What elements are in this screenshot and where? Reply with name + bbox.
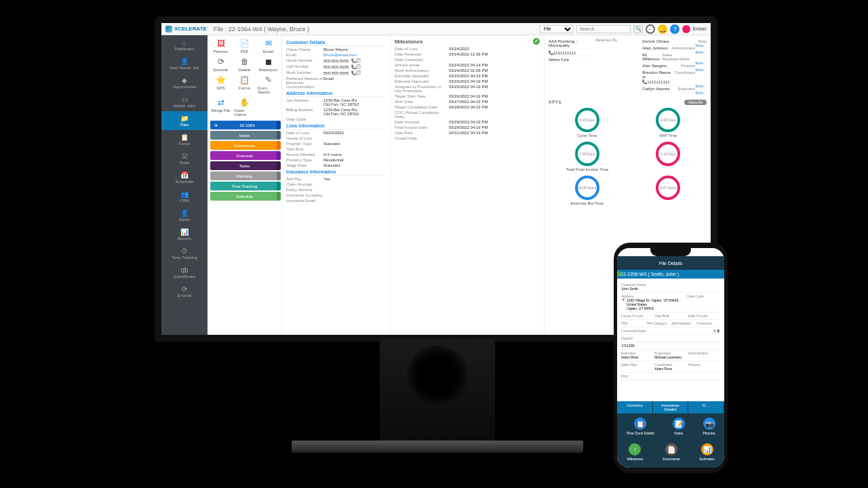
topbar: XCELERATE File : 22-1064-W4 ( Wayne, Bru… xyxy=(161,23,711,35)
search-button[interactable]: 🔍 xyxy=(633,25,643,33)
phone-call-icon[interactable]: 📞💬 xyxy=(350,59,361,63)
milestone-row: Final Invoice Date03/29/2022 04:19 PM xyxy=(395,125,540,129)
sidebar-item-opportunities[interactable]: ◆Opportunities xyxy=(161,73,208,92)
phone-call-icon[interactable]: 📞💬 xyxy=(350,65,361,69)
tool-nps[interactable]: ⭐NPS xyxy=(210,75,231,94)
email-icon: ✉ xyxy=(263,38,274,49)
phone-tab-contacts[interactable]: Contacts xyxy=(617,401,653,413)
tab-schedule[interactable]: Schedule xyxy=(210,192,279,201)
logo-icon xyxy=(165,26,172,33)
milestone-row: Target Completion Date03/28/2022 04:19 P… xyxy=(395,105,540,109)
more-link[interactable]: More… xyxy=(696,84,707,88)
milestone-row: Closed Date xyxy=(395,136,540,140)
quickbooks-icon: qb xyxy=(181,267,188,274)
tab-notes[interactable]: Notes xyxy=(210,131,279,140)
map-pin-icon: 📍 xyxy=(621,298,625,310)
phone-tab-insurance-details[interactable]: Insurance Details xyxy=(653,401,689,413)
sidebar-item-tasks[interactable]: ☑Tasks xyxy=(161,149,208,168)
files-icon: 📁 xyxy=(181,115,188,122)
phone-header: File Details xyxy=(617,256,724,270)
tasks-icon: ☑ xyxy=(181,153,188,160)
matterport-icon: ◼ xyxy=(263,56,274,67)
phone-action-estimates[interactable]: 📊Estimates xyxy=(700,443,715,461)
tab-tasks[interactable]: Tasks xyxy=(210,161,279,170)
sidebar-item-encircle[interactable]: ⟳Encircle xyxy=(161,282,208,301)
check-icon: ✓ xyxy=(533,38,540,45)
more-link[interactable]: More… xyxy=(696,43,707,47)
master-jobs-icon: ▭ xyxy=(181,96,188,103)
tool-pictures[interactable]: 🖼Pictures xyxy=(210,38,231,54)
milestone-row: Date Paid03/31/2022 04:19 PM xyxy=(395,131,540,135)
user-menu[interactable]: Ember xyxy=(682,25,707,33)
more-link[interactable]: More… xyxy=(696,68,707,72)
more-link[interactable]: More… xyxy=(696,50,707,54)
tool-forms[interactable]: 📋Forms xyxy=(234,75,255,94)
tab-time-tracking[interactable]: Time Tracking xyxy=(210,182,279,190)
phone-action-time-clock-details[interactable]: 📋Time Clock Details xyxy=(626,418,654,435)
trash-icon[interactable]: 🗑 xyxy=(717,329,720,333)
milestone-row: Start Date03/27/2022 04:19 PM xyxy=(395,100,540,104)
sidebar-item-time-tracking[interactable]: ⏱Time Tracking xyxy=(161,244,208,263)
encircle-icon: ⟳ xyxy=(216,56,226,67)
milestones-hdr: Milestones ✓ xyxy=(395,38,540,45)
milestone-row: Arrived onsite03/24/2022 04:19 PM xyxy=(395,63,540,67)
pictures-icon: 📷 xyxy=(703,418,715,430)
milestone-row: Date Contacted xyxy=(395,58,540,62)
milestone-row: Target Start Date03/26/2022 04:19 PM xyxy=(395,94,540,98)
milestone-row: Date Received03/24/2022 12:39 PM xyxy=(395,52,540,56)
tab-22-1064[interactable]: ★22-1064 xyxy=(210,121,279,129)
sidebar-item-scheduler[interactable]: 📅Scheduler xyxy=(161,168,208,187)
phone-mockup: File Details 22-1359-W3 ( Smith, John ) … xyxy=(614,243,728,473)
phone-action-documents[interactable]: 📄Documents xyxy=(663,443,679,461)
tool-merge-file[interactable]: ⇄Merge File xyxy=(210,97,231,117)
file-type-select[interactable]: File xyxy=(540,25,574,33)
time-tracking-icon: ⏱ xyxy=(181,248,188,255)
phone-call-icon[interactable]: 📞💬 xyxy=(350,71,361,75)
pencil-icon[interactable]: ✎ xyxy=(713,329,716,333)
help-icon[interactable]: ? xyxy=(670,24,679,34)
sidebar-item-forms[interactable]: 📋Forms xyxy=(161,130,208,149)
tab-financial[interactable]: Financial xyxy=(210,151,279,160)
tool-matterport[interactable]: ◼Matterport xyxy=(258,56,279,72)
estimates-icon: 📊 xyxy=(701,443,713,455)
sidebar-item-admin[interactable]: 👤Admin xyxy=(161,206,208,225)
pdf-icon: 📄 xyxy=(239,38,250,49)
sidebar-item-files[interactable]: 📁Files xyxy=(161,111,208,130)
encircle-icon: ⟳ xyxy=(181,286,188,293)
tab-documents[interactable]: Documents xyxy=(210,141,279,150)
search-input[interactable] xyxy=(576,25,631,33)
more-link[interactable]: More… xyxy=(696,91,707,95)
phone-action-milestones[interactable]: ↑Milestones xyxy=(627,443,643,461)
tool-encircle[interactable]: ⟳Encircle xyxy=(210,56,231,72)
tool-delete[interactable]: 🗑Delete xyxy=(234,56,255,72)
sidebar-item-master-jobs[interactable]: ▭Master Jobs xyxy=(161,92,208,111)
sidebar-item-crm[interactable]: 👥CRM xyxy=(161,187,208,206)
back-icon[interactable]: ← xyxy=(646,24,655,34)
notifications-icon[interactable]: 🔔 xyxy=(658,24,667,34)
phone-action-pictures[interactable]: 📷Pictures xyxy=(703,418,715,435)
admin-icon: 👤 xyxy=(181,210,188,217)
address-hdr: Address Information xyxy=(286,91,386,97)
phone-file-bar[interactable]: 22-1359-W3 ( Smith, John ) xyxy=(617,270,724,279)
tool-clean-claims[interactable]: ✋Clean Claims xyxy=(234,97,255,117)
phone-action-notes[interactable]: 📝Notes xyxy=(673,418,685,435)
avatar-icon xyxy=(682,25,690,33)
contact-row: Brandon Reece ✉Coordinator📞1111111111Mor… xyxy=(642,70,707,85)
tab-warranty[interactable]: Warranty xyxy=(210,171,279,180)
tool-email[interactable]: ✉Email xyxy=(258,38,279,54)
phone-tab-d-[interactable]: D… xyxy=(688,401,724,413)
sidebar-item-quickbooks[interactable]: qbQuickBooks xyxy=(161,263,208,282)
tool-pdf[interactable]: 📄PDF xyxy=(234,38,255,54)
sidebar-item-new-master-job[interactable]: 👤New Master Job xyxy=(161,54,208,73)
tool-docu-sketch[interactable]: ✎Docu Sketch xyxy=(258,75,279,94)
view-all-button[interactable]: View All xyxy=(684,100,707,105)
time-clock-details-icon: 📋 xyxy=(634,418,646,430)
more-link[interactable]: More… xyxy=(696,61,707,65)
sidebar-item-dashboard[interactable]: ⌂Dashboard xyxy=(161,35,208,54)
email-link[interactable]: Bruce@email.com xyxy=(323,53,357,57)
reports-icon: 📊 xyxy=(181,229,188,236)
sidebar-item-reports[interactable]: 📊Reports xyxy=(161,225,208,244)
app-logo: XCELERATE xyxy=(165,26,207,33)
pictures-icon: 🖼 xyxy=(216,38,226,49)
insurance-hdr: Insurance Information xyxy=(286,169,386,176)
